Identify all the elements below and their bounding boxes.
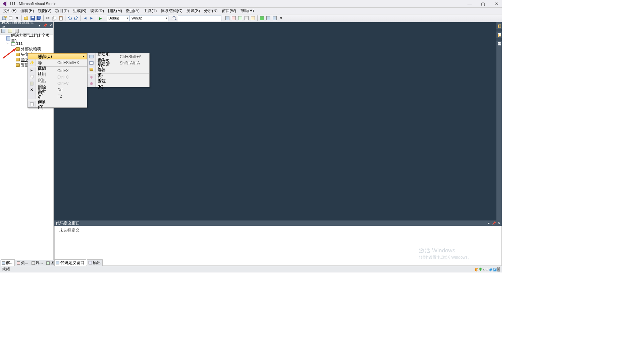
tb-misc-2-icon[interactable] bbox=[231, 15, 237, 21]
menu-architecture[interactable]: 体系结构(C) bbox=[159, 7, 184, 14]
cm-item-delete[interactable]: ✕ 删除(D) Del bbox=[28, 87, 87, 93]
tab-class-view[interactable]: 类... bbox=[15, 259, 30, 266]
wand-icon: ✨ bbox=[28, 59, 36, 66]
svg-rect-22 bbox=[90, 55, 93, 58]
tb-misc-8-icon[interactable] bbox=[272, 15, 278, 21]
se-home-icon[interactable] bbox=[1, 29, 7, 34]
tab-properties[interactable]: 属... bbox=[30, 259, 44, 266]
start-debug-icon[interactable]: ▶ bbox=[98, 15, 104, 21]
menu-project[interactable]: 项目(P) bbox=[53, 7, 71, 14]
folder-icon bbox=[15, 57, 20, 62]
tray-icon[interactable]: ◐ bbox=[475, 267, 478, 272]
menu-file[interactable]: 文件(F) bbox=[1, 7, 18, 14]
main-toolbar: * ▾ ✂ ◄ ► ▶ Debug Win32 ▾ bbox=[0, 14, 502, 22]
project-icon bbox=[11, 41, 15, 46]
tb-misc-1-icon[interactable] bbox=[224, 15, 230, 21]
folder-icon bbox=[15, 47, 20, 51]
cm-item-add[interactable]: 添加(D) ▸ bbox=[28, 53, 87, 59]
tray-icon[interactable]: ◪ bbox=[493, 267, 497, 272]
undo-icon[interactable] bbox=[67, 15, 73, 21]
toolbar-separator bbox=[43, 15, 44, 21]
context-menu-add-submenu: 新建项(W)... Ctrl+Shift+A 现有项(G)... Shift+A… bbox=[87, 53, 150, 87]
menu-team[interactable]: 团队(M) bbox=[106, 7, 124, 14]
copy-icon[interactable] bbox=[51, 15, 57, 21]
menu-view[interactable]: 视图(V) bbox=[36, 7, 53, 14]
config-dropdown[interactable]: Debug bbox=[107, 15, 129, 21]
right-tab-icon[interactable]: ◧ bbox=[497, 33, 501, 38]
cm-item-properties[interactable]: 属性(R) bbox=[28, 101, 87, 107]
cm-item-paste[interactable]: 粘贴(P) Ctrl+V bbox=[28, 80, 87, 87]
toolbar-separator bbox=[170, 15, 170, 21]
tb-misc-9-icon[interactable]: ▾ bbox=[278, 15, 284, 21]
panel-close-icon[interactable]: ✕ bbox=[498, 221, 500, 225]
panel-close-icon[interactable]: ✕ bbox=[49, 23, 52, 27]
tab-solution-explorer[interactable]: 解... bbox=[1, 259, 15, 266]
title-bar: 111 - Microsoft Visual Studio — ▢ ✕ bbox=[0, 0, 502, 8]
submenu-arrow-icon: ▸ bbox=[83, 55, 85, 58]
menu-analyze[interactable]: 分析(N) bbox=[202, 7, 220, 14]
code-definition-text: 未选择定义 bbox=[59, 228, 79, 233]
panel-pin-icon[interactable]: 📌 bbox=[43, 23, 47, 27]
cut-icon[interactable]: ✂ bbox=[45, 15, 51, 21]
tb-misc-5-icon[interactable] bbox=[250, 15, 256, 21]
svg-line-13 bbox=[175, 19, 176, 20]
tray-icon[interactable]: ⁞ bbox=[497, 267, 500, 271]
tray-icon[interactable]: ◉ bbox=[489, 267, 492, 272]
nav-back-icon[interactable]: ◄ bbox=[82, 15, 88, 21]
panel-pin-icon[interactable]: 📌 bbox=[492, 221, 496, 225]
toolbar-separator bbox=[257, 15, 258, 21]
menu-debug[interactable]: 调试(D) bbox=[88, 7, 106, 14]
tab-code-definition[interactable]: 代码定义窗口 bbox=[54, 259, 86, 266]
menu-bar: 文件(F) 编辑(E) 视图(V) 项目(P) 生成(B) 调试(D) 团队(M… bbox=[0, 8, 502, 14]
folder-icon bbox=[15, 52, 20, 57]
cm-item-class-wizard[interactable]: ✨ 类向导(Z)... Ctrl+Shift+X bbox=[28, 59, 87, 66]
cm-item-cut[interactable]: ✂ 剪切(T) Ctrl+X bbox=[28, 67, 87, 74]
find-icon[interactable] bbox=[171, 15, 177, 21]
folder-external-deps[interactable]: 外部依赖项 bbox=[0, 46, 53, 52]
menu-data[interactable]: 数据(A) bbox=[124, 7, 142, 14]
bottom-panel-tabs: 代码定义窗口 输出 bbox=[54, 260, 103, 266]
menu-tools[interactable]: 工具(T) bbox=[142, 7, 159, 14]
right-tab-icon[interactable]: ◧ bbox=[497, 23, 501, 28]
panel-dropdown-icon[interactable]: ▾ bbox=[488, 221, 490, 225]
tray-icon[interactable]: 中 bbox=[479, 267, 482, 272]
paste-icon bbox=[28, 80, 36, 87]
toolbar-separator bbox=[223, 15, 223, 21]
cm-item-copy[interactable]: 复制(Y) Ctrl+C bbox=[28, 74, 87, 80]
tb-misc-6-icon[interactable] bbox=[259, 15, 265, 21]
tab-output[interactable]: 输出 bbox=[87, 259, 103, 266]
right-tab-toolbox[interactable]: 工具箱 bbox=[496, 38, 502, 41]
panel-dropdown-icon[interactable]: ▾ bbox=[39, 23, 40, 27]
close-button[interactable]: ✕ bbox=[493, 1, 500, 6]
code-definition-panel: 代码定义窗口 ▾ 📌 ✕ 未选择定义 bbox=[54, 220, 502, 266]
cm-item-new-filter[interactable]: 新建筛选器(F) bbox=[88, 66, 149, 72]
menu-edit[interactable]: 编辑(E) bbox=[18, 7, 36, 14]
right-tab-server-explorer[interactable]: 服务器资源管理器 bbox=[496, 29, 502, 32]
nav-forward-icon[interactable]: ► bbox=[89, 15, 95, 21]
svg-rect-5 bbox=[32, 16, 34, 18]
folder-icon bbox=[88, 66, 96, 72]
tb-misc-4-icon[interactable] bbox=[244, 15, 250, 21]
toolbar-separator bbox=[65, 15, 65, 21]
menu-window[interactable]: 窗口(W) bbox=[220, 7, 238, 14]
tray-icon[interactable]: ▱▱ bbox=[483, 267, 488, 271]
expander-icon[interactable]: ﹀ bbox=[6, 41, 10, 46]
menu-build[interactable]: 生成(B) bbox=[71, 7, 88, 14]
minimize-button[interactable]: — bbox=[466, 1, 473, 6]
cm-item-rename[interactable]: 重命名(M) F2 bbox=[28, 93, 87, 99]
svg-rect-24 bbox=[90, 62, 93, 64]
solution-node[interactable]: 解决方案"111"(1 个项目) bbox=[0, 36, 53, 41]
tb-misc-7-icon[interactable] bbox=[265, 15, 271, 21]
code-definition-header: 代码定义窗口 ▾ 📌 ✕ bbox=[54, 220, 502, 226]
maximize-button[interactable]: ▢ bbox=[480, 1, 486, 6]
tb-misc-3-icon[interactable] bbox=[237, 15, 243, 21]
paste-icon[interactable] bbox=[58, 15, 64, 21]
find-input[interactable] bbox=[178, 15, 221, 21]
folder-icon bbox=[15, 63, 20, 67]
svg-rect-11 bbox=[60, 17, 62, 20]
menu-help[interactable]: 帮助(H) bbox=[238, 7, 256, 14]
platform-dropdown[interactable]: Win32 bbox=[130, 15, 168, 21]
redo-icon[interactable] bbox=[73, 15, 79, 21]
cm-item-resource[interactable]: ❋ 资源(R)... bbox=[88, 81, 149, 87]
menu-test[interactable]: 测试(S) bbox=[184, 7, 202, 14]
